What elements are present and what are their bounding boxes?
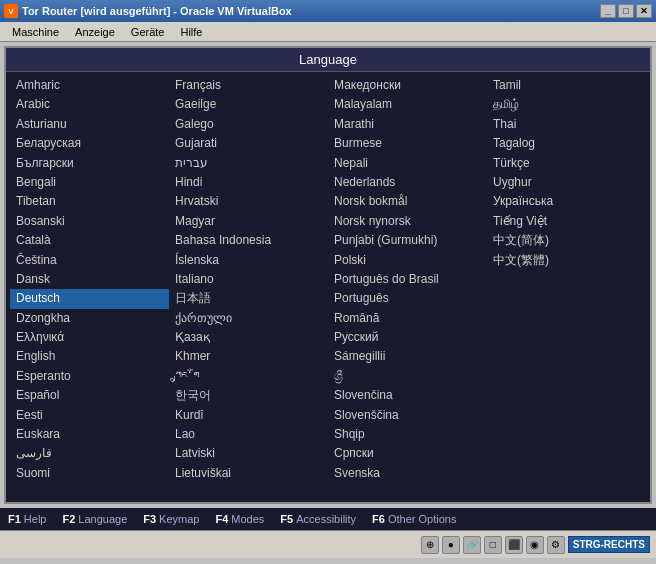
- lang-vietnamese[interactable]: Tiếng Việt: [487, 212, 646, 231]
- lang-amharic[interactable]: Amharic: [10, 76, 169, 95]
- lang-slovenscina[interactable]: Slovenščina: [328, 406, 487, 425]
- close-button[interactable]: ✕: [636, 4, 652, 18]
- lang-dzongkha[interactable]: Dzongkha: [10, 309, 169, 328]
- lang-polski[interactable]: Polski: [328, 251, 487, 270]
- status-icon-6: ◉: [526, 536, 544, 554]
- lang-deutsch[interactable]: Deutsch: [10, 289, 169, 308]
- lang-punjabi[interactable]: Punjabi (Gurmukhi): [328, 231, 487, 250]
- lang-gaeilge[interactable]: Gaeilge: [169, 95, 328, 114]
- lang-francais[interactable]: Français: [169, 76, 328, 95]
- fkey-f1-key: F1: [8, 513, 21, 525]
- lang-dansk[interactable]: Dansk: [10, 270, 169, 289]
- fkey-f3[interactable]: F3 Keymap: [143, 513, 199, 525]
- lang-burmese[interactable]: Burmese: [328, 134, 487, 153]
- lang-korean[interactable]: 한국어: [169, 386, 328, 405]
- menu-anzeige[interactable]: Anzeige: [67, 24, 123, 40]
- lang-hebrew[interactable]: עברית: [169, 154, 328, 173]
- lang-esperanto[interactable]: Esperanto: [10, 367, 169, 386]
- lang-galego[interactable]: Galego: [169, 115, 328, 134]
- lang-portugues-brasil[interactable]: Português do Brasil: [328, 270, 487, 289]
- fkey-f1-label: Help: [24, 513, 47, 525]
- lang-greek[interactable]: Ελληνικά: [10, 328, 169, 347]
- lang-eesti[interactable]: Eesti: [10, 406, 169, 425]
- maximize-button[interactable]: □: [618, 4, 634, 18]
- lang-khmer[interactable]: Khmer: [169, 347, 328, 366]
- lang-kazakh[interactable]: Қазақ: [169, 328, 328, 347]
- lang-gujarati[interactable]: Gujarati: [169, 134, 328, 153]
- lang-tagalog[interactable]: Tagalog: [487, 134, 646, 153]
- minimize-button[interactable]: _: [600, 4, 616, 18]
- lang-lithuanian[interactable]: Lietuviškai: [169, 464, 328, 483]
- lang-thai[interactable]: Thai: [487, 115, 646, 134]
- lang-japanese[interactable]: 日本語: [169, 289, 328, 308]
- menu-hilfe[interactable]: Hilfe: [172, 24, 210, 40]
- lang-suomi[interactable]: Suomi: [10, 464, 169, 483]
- lang-catala[interactable]: Català: [10, 231, 169, 250]
- lang-chinese-traditional[interactable]: 中文(繁體): [487, 251, 646, 270]
- lang-belarusian[interactable]: Беларуская: [10, 134, 169, 153]
- fkey-f1[interactable]: F1 Help: [8, 513, 46, 525]
- lang-farsi[interactable]: فارسی: [10, 444, 169, 463]
- lang-hindi[interactable]: Hindi: [169, 173, 328, 192]
- menu-geraete[interactable]: Geräte: [123, 24, 173, 40]
- title-bar-controls[interactable]: _ □ ✕: [600, 4, 652, 18]
- lang-english[interactable]: English: [10, 347, 169, 366]
- fkey-f5-key: F5: [280, 513, 293, 525]
- lang-kurdi[interactable]: Kurdî: [169, 406, 328, 425]
- lang-marathi[interactable]: Marathi: [328, 115, 487, 134]
- fkey-f2[interactable]: F2 Language: [62, 513, 127, 525]
- app-icon: V: [4, 4, 18, 18]
- language-dialog: Language Amharic Arabic Asturianu Белару…: [4, 46, 652, 504]
- fkey-f6[interactable]: F6 Other Options: [372, 513, 456, 525]
- lang-arabic[interactable]: Arabic: [10, 95, 169, 114]
- lang-euskara[interactable]: Euskara: [10, 425, 169, 444]
- lang-tamil[interactable]: Tamil: [487, 76, 646, 95]
- lang-macedonian[interactable]: Македонски: [328, 76, 487, 95]
- lang-bahasa[interactable]: Bahasa Indonesia: [169, 231, 328, 250]
- lang-chinese-simplified[interactable]: 中文(简体): [487, 231, 646, 250]
- menu-maschine[interactable]: Maschine: [4, 24, 67, 40]
- lang-georgian[interactable]: ქართული: [169, 309, 328, 328]
- fkey-f5[interactable]: F5 Accessibility: [280, 513, 356, 525]
- lang-italiano[interactable]: Italiano: [169, 270, 328, 289]
- lang-tamil2[interactable]: தமிழ்: [487, 95, 646, 114]
- lang-malayalam[interactable]: Malayalam: [328, 95, 487, 114]
- lang-srpski[interactable]: Српски: [328, 444, 487, 463]
- lang-sinhala[interactable]: ශ්‍රී: [328, 367, 487, 386]
- lang-nepali[interactable]: Nepali: [328, 154, 487, 173]
- status-icon-3: 🔗: [463, 536, 481, 554]
- lang-asturianu[interactable]: Asturianu: [10, 115, 169, 134]
- lang-espanol[interactable]: Español: [10, 386, 169, 405]
- lang-norsk-nynorsk[interactable]: Norsk nynorsk: [328, 212, 487, 231]
- lang-tibetan[interactable]: Tibetan: [10, 192, 169, 211]
- lang-bulgarian[interactable]: Български: [10, 154, 169, 173]
- lang-bosanski[interactable]: Bosanski: [10, 212, 169, 231]
- lang-turkish[interactable]: Türkçe: [487, 154, 646, 173]
- lang-slovencina[interactable]: Slovenčina: [328, 386, 487, 405]
- lang-cestina[interactable]: Čeština: [10, 251, 169, 270]
- fkey-f2-label: Language: [78, 513, 127, 525]
- lang-ukrainian[interactable]: Українська: [487, 192, 646, 211]
- lang-islenska[interactable]: Íslenska: [169, 251, 328, 270]
- window-title: Tor Router [wird ausgeführt] - Oracle VM…: [22, 5, 292, 17]
- lang-hrvatski[interactable]: Hrvatski: [169, 192, 328, 211]
- content-area: Language Amharic Arabic Asturianu Белару…: [0, 42, 656, 508]
- lang-uyghur[interactable]: Uyghur: [487, 173, 646, 192]
- lang-portugues[interactable]: Português: [328, 289, 487, 308]
- lang-lao[interactable]: Lao: [169, 425, 328, 444]
- lang-russian[interactable]: Русский: [328, 328, 487, 347]
- lang-latviski[interactable]: Latviski: [169, 444, 328, 463]
- lang-samegillii[interactable]: Sámegillii: [328, 347, 487, 366]
- fkey-f4[interactable]: F4 Modes: [215, 513, 264, 525]
- lang-magyar[interactable]: Magyar: [169, 212, 328, 231]
- lang-romana[interactable]: Română: [328, 309, 487, 328]
- fkey-f5-label: Accessibility: [296, 513, 356, 525]
- lang-bengali[interactable]: Bengali: [10, 173, 169, 192]
- lang-dutch[interactable]: Nederlands: [328, 173, 487, 192]
- title-bar: V Tor Router [wird ausgeführt] - Oracle …: [0, 0, 656, 22]
- lang-tibetan2[interactable]: ཀྲུང་གོ: [169, 367, 328, 386]
- lang-shqip[interactable]: Shqip: [328, 425, 487, 444]
- fkey-bar: F1 Help F2 Language F3 Keymap F4 Modes F…: [0, 508, 656, 530]
- lang-svenska[interactable]: Svenska: [328, 464, 487, 483]
- lang-norsk-bokmal[interactable]: Norsk bokmål: [328, 192, 487, 211]
